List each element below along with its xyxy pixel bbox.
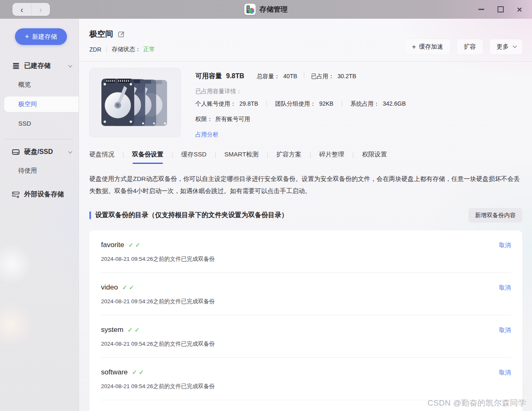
sidebar-item-ssd[interactable]: SSD [0, 116, 79, 131]
tab-bar: 硬盘情况 双备份设置 缓存SSD SMART检测 扩容方案 碎片整理 权限设置 [89, 151, 522, 164]
backup-status: 2024-08-21 09:54:26之前的文件已完成双备份 [101, 383, 215, 390]
header-actions: + 缓存加速 扩容 更多 [405, 39, 522, 54]
page-header: 极空间 ZDR 存储状态： 正常 + 缓存加速 [79, 19, 532, 62]
divider [353, 152, 353, 158]
sidebar-divider [6, 139, 73, 139]
double-check-icon: ✓✓ [128, 326, 141, 334]
sidebar-section-label: 硬盘/SSD [24, 148, 68, 156]
backup-row: 18521649009 ✓✓ 2024-08-21 09:54:27之前的文件已… [101, 400, 511, 411]
divider [123, 152, 123, 158]
chevron-down-icon [513, 44, 517, 48]
backup-status: 2024-08-21 09:54:26之前的文件已完成双备份 [101, 255, 215, 263]
expand-button[interactable]: 扩容 [457, 39, 483, 54]
status-label: 存储状态： [112, 46, 141, 53]
tab-cache-ssd[interactable]: 缓存SSD [181, 151, 207, 164]
sidebar-section-label: 外部设备存储 [24, 190, 71, 199]
available-capacity-value: 9.8TB [226, 72, 244, 80]
tab-smart-check[interactable]: SMART检测 [224, 151, 259, 164]
double-check-icon: ✓✓ [128, 241, 142, 249]
capacity-info: 可用容量 9.8TB 总容量：40TB 已占用：30.2TB 已占用容量详情： … [195, 68, 406, 139]
main-panel: 极空间 ZDR 存储状态： 正常 + 缓存加速 [79, 19, 532, 411]
used-detail-title: 已占用容量详情： [195, 88, 406, 95]
chevron-down-icon [68, 149, 72, 154]
used-detail-stats: 个人账号使用：29.8TB 团队分组使用：92KB 系统占用：342.6GB [195, 100, 406, 108]
backup-description: 硬盘使用方式是ZDR动态双备份，你可以自主设定哪些目录进行安全双备份。设置为安全… [89, 173, 522, 197]
divider [215, 152, 216, 158]
team-usage: 团队分组使用：92KB [275, 100, 333, 107]
minimize-icon[interactable] [478, 6, 485, 13]
close-icon[interactable]: × [516, 6, 523, 13]
tab-permission-settings[interactable]: 权限设置 [362, 151, 387, 164]
personal-usage: 个人账号使用：29.8TB [195, 100, 258, 107]
divider [172, 152, 172, 158]
chevron-down-icon [68, 63, 72, 67]
backup-status: 2024-08-21 09:54:26之前的文件已完成双备份 [101, 298, 215, 305]
window-controls: × [478, 0, 523, 19]
backup-row: favorite ✓✓ 2024-08-21 09:54:26之前的文件已完成双… [101, 230, 511, 273]
nav-button-group: ‹ › [12, 3, 50, 16]
backup-section-header: 设置双备份的目录（仅支持根目录下的文件夹设置为双备份目录） 新增双备份内容 [89, 208, 522, 223]
forward-button[interactable]: › [31, 3, 50, 16]
app-title-group: 存储管理 [244, 4, 288, 15]
external-device-icon [12, 191, 20, 199]
folder-name: video [101, 283, 118, 292]
titlebar: ‹ › 存储管理 × [0, 0, 532, 19]
storage-manager-window: ‹ › 存储管理 × + 新建存储 [0, 0, 532, 411]
tab-disk-status[interactable]: 硬盘情况 [89, 151, 114, 164]
maximize-icon[interactable] [497, 6, 504, 13]
cache-acceleration-button[interactable]: + 缓存加速 [405, 39, 450, 54]
usage-analysis-link[interactable]: 占用分析 [195, 131, 219, 138]
storage-manager-app-icon [244, 4, 256, 15]
new-storage-button[interactable]: + 新建存储 [15, 28, 67, 45]
plus-icon: + [25, 33, 30, 40]
folder-name: software [101, 368, 128, 376]
disk-array-illustration [89, 68, 181, 137]
hdd-stack-icon [101, 77, 169, 129]
forward-icon: › [39, 5, 42, 14]
sidebar: + 新建存储 已建存储 概览 极空间 SSD 硬盘/SSD 待 [0, 19, 79, 411]
backup-directory-list: favorite ✓✓ 2024-08-21 09:54:26之前的文件已完成双… [89, 230, 522, 411]
plus-icon: + [412, 43, 416, 51]
sidebar-item-unused[interactable]: 待使用 [0, 163, 79, 178]
sidebar-item-jspace[interactable]: 极空间 [4, 97, 79, 112]
cancel-link[interactable]: 取消 [499, 242, 511, 249]
used-capacity: 已占用：30.2TB [311, 73, 356, 80]
backup-row: software ✓✓ 2024-08-21 09:54:26之前的文件已完成双… [101, 358, 511, 400]
content: 可用容量 9.8TB 总容量：40TB 已占用：30.2TB 已占用容量详情： … [79, 62, 532, 411]
sidebar-section-disks[interactable]: 硬盘/SSD [12, 148, 71, 156]
database-stack-icon [12, 62, 20, 70]
app-body: + 新建存储 已建存储 概览 极空间 SSD 硬盘/SSD 待 [0, 19, 532, 411]
pie-chart-glyph [249, 8, 254, 14]
new-storage-label: 新建存储 [32, 33, 57, 41]
folder-name: favorite [101, 241, 124, 249]
backup-row: system ✓✓ 2024-08-21 09:54:26之前的文件已完成双备份… [101, 315, 511, 358]
back-button[interactable]: ‹ [12, 3, 31, 16]
divider [304, 72, 304, 78]
cancel-link[interactable]: 取消 [499, 327, 511, 334]
cancel-link[interactable]: 取消 [499, 369, 511, 376]
page-title: 极空间 [89, 29, 113, 40]
hard-drive-icon [12, 148, 20, 156]
divider [267, 152, 268, 158]
status-value: 正常 [143, 46, 155, 53]
available-capacity-label: 可用容量 [195, 72, 222, 81]
tab-dual-backup-settings[interactable]: 双备份设置 [132, 151, 163, 164]
backup-row: video ✓✓ 2024-08-21 09:54:26之前的文件已完成双备份 … [101, 273, 511, 315]
cancel-link[interactable]: 取消 [499, 284, 511, 292]
edit-icon[interactable] [118, 31, 125, 37]
sidebar-item-overview[interactable]: 概览 [0, 77, 79, 92]
permission-info: 权限：所有账号可用 [195, 116, 406, 123]
total-capacity: 总容量：40TB [257, 73, 297, 80]
sidebar-section-built-storage[interactable]: 已建存储 [12, 62, 71, 70]
divider [342, 101, 342, 106]
add-backup-content-button[interactable]: 新增双备份内容 [468, 208, 522, 223]
raid-type: ZDR [89, 46, 101, 53]
folder-name: system [101, 326, 123, 334]
divider [106, 47, 107, 52]
tab-expansion-plan[interactable]: 扩容方案 [276, 151, 301, 164]
more-button[interactable]: 更多 [490, 39, 522, 54]
storage-overview: 可用容量 9.8TB 总容量：40TB 已占用：30.2TB 已占用容量详情： … [89, 68, 522, 139]
app-title: 存储管理 [259, 5, 288, 14]
tab-defragment[interactable]: 碎片整理 [319, 151, 344, 164]
sidebar-section-external[interactable]: 外部设备存储 [12, 190, 71, 199]
